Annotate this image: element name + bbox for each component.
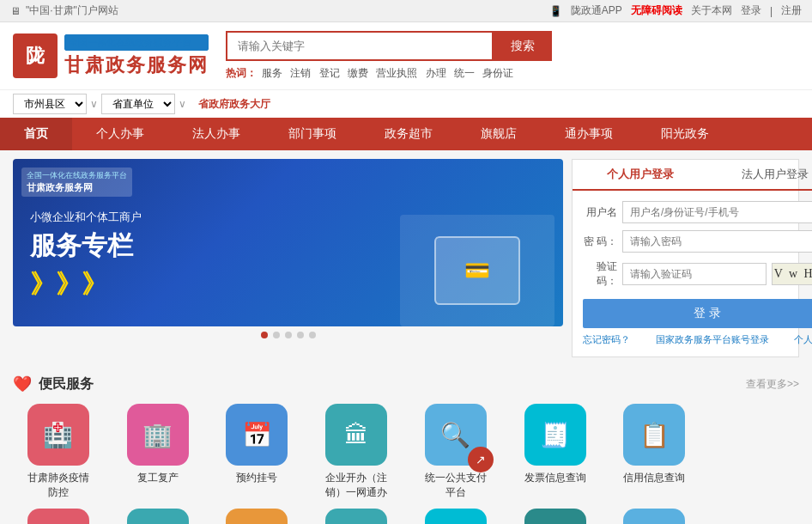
section-title-text: 便民服务 [39,375,94,393]
register-link[interactable]: 注册 [781,3,802,18]
captcha-label: 验证码： [583,259,617,289]
login-tabs: 个人用户登录 法人用户登录 [573,160,812,191]
search-input[interactable] [226,31,494,61]
national-login-link[interactable]: 国家政务服务平台账号登录 [656,333,769,346]
appointment-icon-inner: 📅 [242,421,272,449]
tab-corp[interactable]: 法人用户登录 [707,160,812,189]
nav-item-market[interactable]: 政务超市 [361,118,457,150]
utilities-icon: 📊 [623,509,685,524]
banner-dot-3[interactable] [285,332,292,338]
invoice-icon: 🧾 [524,404,586,466]
portal-label: "中国·甘肃"门户网站 [26,3,118,18]
login-form-area: 个人用户登录 法人用户登录 用户名 密 码： 验证码： [573,160,812,356]
service-item-resumption[interactable]: 🏢 复工复产 [112,404,203,500]
main-content: 全国一体化在线政务服务平台 甘肃政务服务网 小微企业和个体工商户 服务专栏 》》… [0,150,812,366]
app-label[interactable]: 陇政通APP [571,3,622,18]
section-title: ❤️ 便民服务 [13,375,94,393]
section-header: ❤️ 便民服务 查看更多>> [13,375,799,393]
service-item-bizsetup[interactable]: 🏛 企业开办（注销）一网通办 [311,404,402,500]
hot-item-5[interactable]: 营业执照 [376,67,417,79]
nav-item-home[interactable]: 首页 [0,118,72,150]
location-bar: 市州县区 ∨ 省直单位 ∨ 省政府政务大厅 [0,89,812,118]
birth-reg-icon: 📋 [226,509,288,524]
hot-label: 热词： [226,66,257,81]
service-item-graduate[interactable]: 📝 高校毕业生报到登记 [112,509,203,524]
forgot-password-link[interactable]: 忘记密码？ [583,333,630,346]
top-bar-right: 📱 陇政通APP 无障碍阅读 关于本网 登录 | 注册 [549,3,802,18]
banner-dot-1[interactable] [261,332,268,338]
subsistence-icon: 👤 [524,509,586,524]
about-link[interactable]: 关于本网 [691,3,732,18]
service-item-invoice[interactable]: 🧾 发票信息查询 [510,404,601,500]
nav-item-dept[interactable]: 部门事项 [264,118,361,150]
payment-icon-inner: 🔍 [440,421,470,449]
password-input[interactable] [622,230,812,253]
service-item-birth-reg[interactable]: 📋 生育登记 [212,509,303,524]
search-area: 搜索 [226,31,552,61]
hot-item-8[interactable]: 身份证 [482,67,513,79]
hot-item-6[interactable]: 办理 [426,67,446,79]
logo-title: 甘肃政务服务网 [64,52,209,78]
bizsetup-icon-inner: 🏛 [344,421,368,449]
banner-dot-2[interactable] [273,332,280,338]
logo-text: 全国一体化在线政务服务平台 甘肃政务服务网 [64,34,209,78]
captcha-input[interactable] [622,263,767,285]
payment-icon: 🔍 ↗ [425,404,487,466]
resumption-icon: 🏢 [127,404,189,466]
login-link[interactable]: 登录 [741,3,761,18]
no-barrier-link[interactable]: 无障碍阅读 [631,3,682,18]
hot-item-4[interactable]: 缴费 [348,67,368,79]
tab-personal[interactable]: 个人用户登录 [573,160,707,191]
service-item-pandemic[interactable]: 🏥 甘肃肺炎疫情防控 [13,404,104,500]
hot-item-7[interactable]: 统一 [454,67,475,79]
header: 陇 全国一体化在线政务服务平台 甘肃政务服务网 搜索 热词： 服务 注销 登记 … [0,22,812,89]
invoice-icon-inner: 🧾 [540,421,570,449]
login-box: 个人用户登录 法人用户登录 用户名 密 码： 验证码： [572,159,799,357]
login-main-area: 个人用户登录 法人用户登录 用户名 密 码： 验证码： [573,160,798,356]
banner: 全国一体化在线政务服务平台 甘肃政务服务网 小微企业和个体工商户 服务专栏 》》… [13,159,563,326]
resumption-icon-inner: 🏢 [142,421,173,449]
nav-item-flagship[interactable]: 旗舰店 [457,118,541,150]
service-item-appointment[interactable]: 📅 预约挂号 [212,404,303,500]
nav-item-cross[interactable]: 通办事项 [541,118,637,150]
nav-item-corp[interactable]: 法人办事 [168,118,264,150]
service-item-utilities[interactable]: 📊 水电气缴费 [609,509,700,524]
captcha-image[interactable]: V w H w [772,263,812,285]
heart-icon: ❤️ [13,375,32,393]
personal-register-link[interactable]: 个人注册 [794,333,812,346]
logo-icon: 陇 [13,34,58,78]
service-item-empty1 [708,404,799,500]
username-label: 用户名 [583,205,617,220]
banner-dot-5[interactable] [309,332,316,338]
hot-item-3[interactable]: 登记 [319,67,340,79]
banner-line2: 服务专栏 [30,228,142,264]
hot-item-2[interactable]: 注销 [290,67,311,79]
banner-dot-4[interactable] [297,332,304,338]
service-item-subsistence[interactable]: 👤 低保在线申请 [510,509,601,524]
nav-item-personal[interactable]: 个人办事 [72,118,168,150]
service-item-payment[interactable]: 🔍 ↗ 统一公共支付平台 [410,404,501,500]
username-field: 用户名 [583,201,812,223]
monitor-icon: 🖥 [10,5,21,17]
password-label: 密 码： [583,235,617,249]
elderly-icon: 🪪 [325,509,387,524]
banner-dots [13,332,563,338]
search-button[interactable]: 搜索 [494,31,552,61]
pandemic-label: 甘肃肺炎疫情防控 [27,471,89,500]
bizsetup-icon: 🏛 [325,404,387,466]
dept-link[interactable]: 省政府政务大厅 [198,97,270,112]
nav-item-sunshine[interactable]: 阳光政务 [637,118,733,150]
service-item-credit[interactable]: 📋 信用信息查询 [609,404,700,500]
top-bar-left: 🖥 "中国·甘肃"门户网站 [10,3,118,18]
credit-icon: 📋 [623,404,685,466]
service-item-housing-fund[interactable]: ⏰ 住房公积金查询 [13,509,104,524]
username-input[interactable] [622,201,812,223]
banner-line1: 小微企业和个体工商户 [30,210,142,225]
region-select[interactable]: 市州县区 [13,94,87,114]
hot-item-1[interactable]: 服务 [262,67,282,79]
login-button[interactable]: 登 录 [583,299,812,328]
province-select[interactable]: 省直单位 [101,94,175,114]
service-item-elderly[interactable]: 🪪 老年人优待证办理 [311,509,402,524]
see-more-link[interactable]: 查看更多>> [746,377,799,392]
service-item-disability[interactable]: ♿ 残疾人服务 [410,509,501,524]
